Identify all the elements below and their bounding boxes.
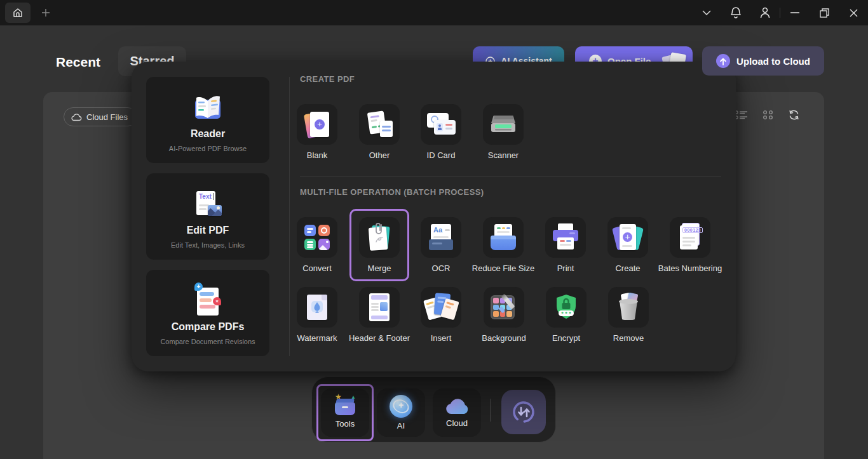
insert-icon bbox=[426, 293, 456, 321]
tab-recent[interactable]: Recent bbox=[56, 55, 100, 70]
restore-button[interactable] bbox=[810, 0, 839, 25]
convert-icon bbox=[304, 225, 330, 250]
upload-arrow-icon bbox=[716, 54, 730, 68]
tool-encrypt[interactable]: * * * Encrypt bbox=[532, 287, 600, 343]
create-icon: + bbox=[613, 223, 642, 252]
tool-insert[interactable]: Insert bbox=[407, 287, 475, 343]
home-icon bbox=[12, 7, 24, 18]
watermark-icon bbox=[305, 293, 329, 321]
background-icon bbox=[489, 294, 519, 321]
tool-label: OCR bbox=[407, 263, 475, 273]
svg-text:* * *: * * * bbox=[561, 310, 571, 317]
edit-pdf-subtitle: Edit Text, Images, Links bbox=[146, 241, 269, 249]
tools-popup: Reader AI-Powered PDF Browse Text Edit P… bbox=[132, 62, 736, 371]
user-icon bbox=[759, 6, 771, 19]
compare-pdfs-icon: + × bbox=[193, 284, 222, 317]
reduce-file-size-icon bbox=[489, 224, 517, 251]
edit-pdf-card[interactable]: Text Edit PDF Edit Text, Images, Links bbox=[146, 173, 269, 260]
edit-pdf-title: Edit PDF bbox=[146, 225, 269, 236]
tool-label: Reduce File Size bbox=[469, 263, 538, 273]
tool-label: Insert bbox=[407, 333, 475, 343]
encrypt-shield-icon: * * * bbox=[552, 293, 580, 321]
tool-print[interactable]: Print bbox=[531, 217, 600, 273]
account-button[interactable] bbox=[750, 0, 780, 25]
other-files-icon bbox=[365, 110, 393, 138]
notifications-button[interactable] bbox=[721, 0, 750, 25]
home-tab[interactable] bbox=[5, 3, 31, 23]
tool-label: Convert bbox=[283, 263, 351, 273]
chevron-down-icon bbox=[702, 10, 711, 15]
multi-file-header: MULTI-FILE OPERATION (BATCH PROCESS) bbox=[300, 187, 484, 197]
header-footer-icon bbox=[368, 293, 391, 322]
tool-ocr[interactable]: Aa OCR bbox=[407, 217, 475, 273]
id-card-icon bbox=[426, 112, 456, 137]
edit-pdf-icon: Text bbox=[193, 189, 223, 220]
dropdown-chevron-button[interactable] bbox=[692, 0, 721, 25]
reader-subtitle: AI-Powered PDF Browse bbox=[146, 145, 269, 152]
bell-icon bbox=[730, 6, 742, 19]
tool-label: Merge bbox=[345, 263, 414, 273]
tool-header-footer[interactable]: Header & Footer bbox=[345, 287, 414, 343]
tool-label: Remove bbox=[594, 333, 663, 343]
tool-reduce-file-size[interactable]: Reduce File Size bbox=[469, 217, 538, 273]
tool-label: Encrypt bbox=[532, 333, 600, 343]
tool-label: Other bbox=[345, 150, 414, 160]
reader-book-icon bbox=[190, 93, 226, 124]
remove-trash-icon bbox=[616, 293, 641, 321]
list-view-icon[interactable] bbox=[735, 110, 748, 120]
dock-cloud-button[interactable]: Cloud bbox=[433, 389, 481, 437]
upload-to-cloud-label: Upload to Cloud bbox=[736, 56, 810, 67]
cloud-icon bbox=[444, 397, 470, 415]
create-pdf-header: CREATE PDF bbox=[300, 74, 355, 84]
tool-watermark[interactable]: Watermark bbox=[283, 287, 351, 343]
tool-background[interactable]: Background bbox=[470, 287, 538, 343]
tool-label: Header & Footer bbox=[345, 333, 414, 343]
dock-ai-button[interactable]: + AI bbox=[377, 389, 425, 437]
close-button[interactable] bbox=[839, 0, 868, 25]
tool-blank[interactable]: + Blank bbox=[283, 104, 351, 160]
merge-icon bbox=[367, 223, 392, 252]
upload-to-cloud-button[interactable]: Upload to Cloud bbox=[702, 46, 824, 76]
compare-pdfs-title: Compare PDFs bbox=[146, 321, 269, 333]
grid-view-icon[interactable] bbox=[763, 110, 773, 120]
sync-ring-icon bbox=[510, 398, 538, 426]
new-tab-button[interactable] bbox=[38, 5, 53, 20]
cloud-files-button[interactable]: Cloud Files bbox=[64, 107, 137, 126]
refresh-icon[interactable] bbox=[788, 109, 800, 121]
tool-merge[interactable]: Merge bbox=[345, 217, 414, 273]
tool-scanner[interactable]: Scanner bbox=[469, 104, 538, 160]
dock-ai-label: AI bbox=[397, 421, 405, 430]
minimize-icon bbox=[790, 12, 799, 13]
scanner-icon bbox=[489, 112, 518, 137]
tool-label: Bates Numbering bbox=[656, 263, 724, 273]
tool-create[interactable]: + Create bbox=[593, 217, 662, 273]
reader-card[interactable]: Reader AI-Powered PDF Browse bbox=[146, 77, 269, 163]
tool-id-card[interactable]: ID Card bbox=[407, 104, 475, 160]
ai-icon: + bbox=[390, 395, 412, 418]
reader-title: Reader bbox=[146, 128, 269, 140]
minimize-button[interactable] bbox=[780, 0, 810, 25]
dock-sync-button[interactable] bbox=[501, 390, 546, 434]
plus-icon bbox=[41, 8, 51, 18]
bates-numbering-icon: 000123 bbox=[677, 223, 703, 252]
tool-label: Create bbox=[593, 263, 662, 273]
restore-icon bbox=[820, 8, 829, 18]
tool-remove[interactable]: Remove bbox=[594, 287, 663, 343]
ocr-icon: Aa bbox=[428, 223, 454, 251]
print-icon bbox=[552, 223, 580, 251]
compare-pdfs-card[interactable]: + × Compare PDFs Compare Document Revisi… bbox=[146, 270, 269, 356]
tool-convert[interactable]: Convert bbox=[283, 217, 351, 273]
dock-cloud-label: Cloud bbox=[446, 418, 468, 428]
tools-icon: ★ ▲ bbox=[334, 397, 356, 416]
tool-bates-numbering[interactable]: 000123 Bates Numbering bbox=[656, 217, 724, 273]
tool-label: Blank bbox=[283, 150, 351, 160]
tool-label: Watermark bbox=[283, 333, 351, 343]
dock-tools-button[interactable]: ★ ▲ Tools bbox=[321, 389, 369, 437]
tool-other[interactable]: Other bbox=[345, 104, 414, 160]
compare-pdfs-subtitle: Compare Document Revisions bbox=[146, 338, 269, 345]
tool-label: ID Card bbox=[407, 150, 475, 160]
tool-label: Print bbox=[531, 263, 600, 273]
dock-tools-label: Tools bbox=[336, 419, 355, 429]
cloud-files-label: Cloud Files bbox=[86, 112, 128, 122]
tool-label: Scanner bbox=[469, 150, 538, 160]
